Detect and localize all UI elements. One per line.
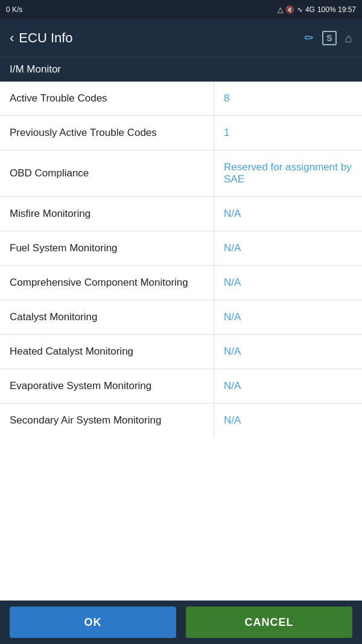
row-value-8: N/A xyxy=(214,369,362,403)
row-label-9: Secondary Air System Monitoring xyxy=(0,404,214,437)
row-label-1: Previously Active Trouble Codes xyxy=(0,116,214,150)
cancel-button[interactable]: CANCEL xyxy=(186,607,352,638)
table-row: Evaporative System MonitoringN/A xyxy=(0,369,362,404)
bottom-bar: OK CANCEL xyxy=(0,601,362,644)
home-icon[interactable]: ⌂ xyxy=(345,31,352,45)
bluetooth-icon[interactable]: ⚰ xyxy=(303,31,314,45)
row-value-6: N/A xyxy=(214,300,362,334)
table-row: Catalyst MonitoringN/A xyxy=(0,300,362,335)
status-speed: 0 K/s xyxy=(6,5,22,14)
row-value-1: 1 xyxy=(214,116,362,150)
status-bar: 0 K/s △ 🔇 ∿ 4G 100% 19:57 xyxy=(0,0,362,19)
ok-button[interactable]: OK xyxy=(10,607,176,638)
row-value-3: N/A xyxy=(214,197,362,231)
row-label-6: Catalyst Monitoring xyxy=(0,300,214,334)
row-label-0: Active Trouble Codes xyxy=(0,82,214,115)
row-label-4: Fuel System Monitoring xyxy=(0,231,214,265)
battery-status: 100% 19:57 xyxy=(317,5,356,14)
table-row: Active Trouble Codes8 xyxy=(0,82,362,116)
table-row: Previously Active Trouble Codes1 xyxy=(0,116,362,150)
row-label-2: OBD Compliance xyxy=(0,150,214,196)
bt-status-icon: △ xyxy=(278,5,283,14)
section-title: I/M Monitor xyxy=(0,57,362,82)
table-row: Misfire MonitoringN/A xyxy=(0,197,362,231)
row-label-5: Comprehensive Component Monitoring xyxy=(0,266,214,300)
table-row: Comprehensive Component MonitoringN/A xyxy=(0,266,362,300)
header: ‹ ECU Info ⚰ S ⌂ xyxy=(0,19,362,57)
row-label-8: Evaporative System Monitoring xyxy=(0,369,214,403)
row-value-7: N/A xyxy=(214,335,362,369)
row-value-5: N/A xyxy=(214,266,362,300)
row-value-2: Reserved for assignment by SAE xyxy=(214,150,362,196)
table-row: Fuel System MonitoringN/A xyxy=(0,231,362,266)
back-button[interactable]: ‹ xyxy=(10,30,14,46)
mute-icon: 🔇 xyxy=(285,5,294,14)
content-area: Active Trouble Codes8Previously Active T… xyxy=(0,82,362,600)
header-left: ‹ ECU Info xyxy=(10,30,73,46)
row-label-3: Misfire Monitoring xyxy=(0,197,214,231)
signal-icon: 4G xyxy=(305,5,315,14)
row-value-0: 8 xyxy=(214,82,362,115)
square-s-icon[interactable]: S xyxy=(322,31,337,45)
table-row: Heated Catalyst MonitoringN/A xyxy=(0,335,362,369)
row-label-7: Heated Catalyst Monitoring xyxy=(0,335,214,369)
page-title: ECU Info xyxy=(19,30,72,46)
header-icons: ⚰ S ⌂ xyxy=(303,31,352,45)
table-row: Secondary Air System MonitoringN/A xyxy=(0,404,362,437)
row-value-4: N/A xyxy=(214,231,362,265)
status-right: △ 🔇 ∿ 4G 100% 19:57 xyxy=(278,5,356,14)
im-monitor-table: Active Trouble Codes8Previously Active T… xyxy=(0,82,362,437)
row-value-9: N/A xyxy=(214,404,362,437)
table-row: OBD ComplianceReserved for assignment by… xyxy=(0,150,362,197)
wifi-icon: ∿ xyxy=(297,5,303,14)
